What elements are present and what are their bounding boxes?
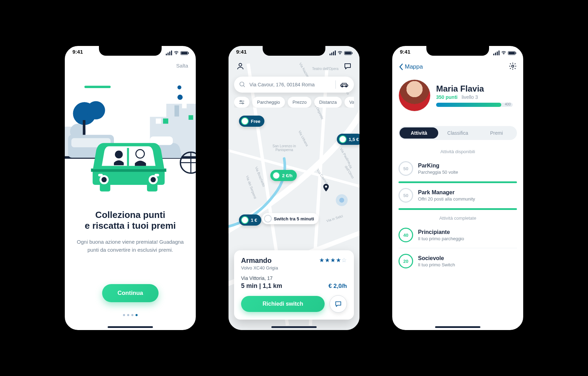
- svg-point-13: [177, 95, 183, 100]
- sliders-icon: [239, 100, 245, 105]
- svg-point-10: [87, 101, 105, 119]
- activity-title: Socievole: [418, 255, 455, 261]
- svg-line-34: [243, 86, 245, 87]
- avatar: [241, 216, 249, 224]
- avatar: [241, 117, 249, 125]
- user-points: 350 punti: [436, 94, 457, 100]
- activity-desc: Offri 20 posti alla community: [418, 196, 475, 202]
- skip-link[interactable]: Salta: [176, 63, 188, 69]
- svg-point-26: [115, 150, 123, 158]
- user-level: livello 3: [462, 94, 478, 100]
- svg-point-42: [512, 65, 514, 67]
- svg-point-39: [240, 100, 242, 102]
- battery-icon: [344, 51, 352, 55]
- level-progress-bar: 400: [436, 103, 513, 107]
- svg-point-41: [242, 102, 243, 104]
- profile-icon[interactable]: [236, 62, 245, 72]
- svg-rect-2: [175, 105, 179, 117]
- map-pin[interactable]: 1,5 €: [337, 134, 363, 145]
- rating-stars: ★★★★☆: [319, 257, 347, 264]
- svg-rect-19: [127, 148, 129, 166]
- home-indicator: [271, 326, 317, 328]
- activity-progress: [399, 181, 517, 183]
- chevron-left-icon: [399, 63, 403, 70]
- onboarding-illustration: [65, 74, 196, 199]
- signal-icon: [330, 50, 336, 55]
- filter-chip-rating[interactable]: Valutazione: [345, 97, 354, 108]
- points-badge: 20: [399, 254, 413, 268]
- driver-name: Armando: [241, 257, 278, 265]
- current-location-dot: [339, 198, 344, 203]
- svg-rect-31: [84, 86, 110, 88]
- points-badge: 50: [399, 161, 413, 176]
- switch-tooltip[interactable]: Switch tra 5 minuti: [262, 213, 318, 224]
- filter-chip-distance[interactable]: Distanza: [314, 97, 342, 108]
- chat-icon[interactable]: [343, 62, 352, 72]
- map-pin-selected[interactable]: 2 €/h: [270, 170, 297, 181]
- map-pin[interactable]: Free: [239, 116, 264, 127]
- avatar: [264, 215, 272, 222]
- svg-point-27: [136, 150, 144, 158]
- svg-point-23: [150, 177, 156, 182]
- activity-item[interactable]: 20 Socievole Il tuo primo Switch: [399, 250, 517, 272]
- filter-icon-chip[interactable]: [234, 97, 249, 108]
- street-label: San Lorenzo in Panisperna: [267, 144, 302, 152]
- activity-progress: [399, 208, 517, 210]
- continue-button[interactable]: Continua: [102, 284, 158, 302]
- onboarding-title: Colleziona punti e riscatta i tuoi premi: [75, 210, 185, 231]
- back-button[interactable]: Mappa: [399, 63, 423, 70]
- wifi-icon: [337, 51, 343, 55]
- svg-point-33: [240, 82, 244, 86]
- section-header-completed: Attività completate: [399, 216, 517, 221]
- battery-icon: [180, 51, 188, 55]
- activity-item[interactable]: 40 Principiante Il tuo primo parcheggio: [399, 224, 517, 246]
- svg-rect-24: [98, 174, 103, 177]
- search-icon: [239, 81, 246, 88]
- address: Via Vittoria, 17: [241, 275, 347, 281]
- svg-rect-7: [163, 118, 168, 124]
- home-indicator: [108, 326, 153, 328]
- map-pin[interactable]: 1 €: [239, 214, 261, 226]
- battery-icon: [508, 51, 516, 55]
- svg-point-14: [177, 85, 181, 89]
- avatar: [339, 135, 347, 143]
- user-name: Maria Flavia: [436, 84, 513, 94]
- filter-chip-parking[interactable]: Parcheggio: [252, 97, 285, 108]
- filter-chip-price[interactable]: Prezzo: [288, 97, 311, 108]
- activity-title: ParKing: [418, 163, 458, 169]
- wifi-icon: [501, 51, 506, 55]
- activity-item[interactable]: 50 Park Manager Offri 20 posti alla comm…: [399, 185, 517, 206]
- tab-leaderboard[interactable]: Classifica: [438, 127, 477, 139]
- vehicle-info: Volvo XC40 Grigia: [241, 265, 278, 271]
- car-icon[interactable]: [340, 82, 349, 87]
- avatar: [272, 172, 280, 179]
- points-badge: 40: [399, 228, 413, 242]
- activity-desc: Parcheggia 50 volte: [418, 170, 458, 175]
- activity-desc: Il tuo primo Switch: [418, 262, 455, 267]
- settings-icon[interactable]: [509, 62, 517, 72]
- destination-pin-icon: [323, 184, 330, 194]
- search-input[interactable]: Via Cavour, 176, 00184 Roma: [234, 77, 354, 93]
- avatar[interactable]: [399, 79, 431, 111]
- activity-title: Principiante: [418, 229, 464, 235]
- request-switch-button[interactable]: Richiedi switch: [241, 296, 325, 312]
- activity-title: Park Manager: [418, 189, 475, 196]
- svg-point-21: [101, 177, 107, 182]
- status-time: 9:41: [236, 49, 247, 57]
- segmented-control: Attività Classifica Premi: [399, 126, 517, 140]
- status-time: 9:41: [400, 49, 410, 57]
- tab-rewards[interactable]: Premi: [477, 127, 516, 139]
- svg-rect-3: [182, 104, 187, 108]
- svg-rect-25: [155, 174, 159, 177]
- onboarding-subtitle: Ogni buona azione viene premiata! Guadag…: [75, 238, 185, 254]
- message-button[interactable]: [330, 295, 347, 313]
- tab-activity[interactable]: Attività: [400, 127, 438, 139]
- status-time: 9:41: [72, 49, 83, 57]
- parking-card: Armando Volvo XC40 Grigia ★★★★☆ Via Vitt…: [234, 250, 354, 320]
- page-indicator: [123, 314, 138, 316]
- activity-desc: Il tuo primo parcheggio: [418, 236, 464, 241]
- home-indicator: [435, 326, 480, 328]
- activity-item[interactable]: 50 ParKing Parcheggia 50 volte: [399, 158, 517, 179]
- wifi-icon: [173, 51, 179, 55]
- svg-point-32: [239, 63, 242, 66]
